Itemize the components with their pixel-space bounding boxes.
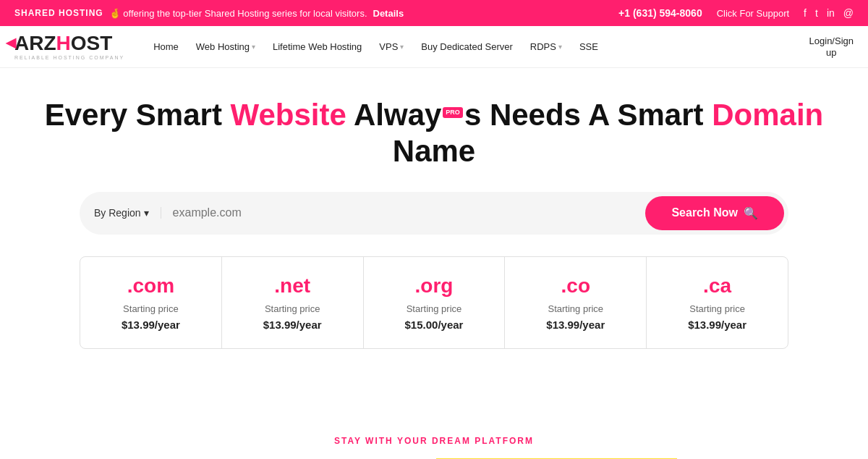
title-domain: Domain bbox=[712, 98, 823, 132]
nav-rdps[interactable]: RDPS ▾ bbox=[523, 37, 569, 56]
top-bar-right: +1 (631) 594-8060 Click For Support f t … bbox=[618, 7, 854, 19]
twitter-icon[interactable]: t bbox=[815, 7, 818, 19]
facebook-icon[interactable]: f bbox=[804, 7, 807, 19]
details-link[interactable]: Details bbox=[373, 8, 404, 19]
domain-price-net: $13.99/year bbox=[234, 319, 352, 331]
navbar: ARZHOST RELIABLE HOSTING COMPANY ◀ Home … bbox=[0, 26, 868, 68]
top-bar: SHARED HOSTING 🤞 offering the top-tier S… bbox=[0, 0, 868, 26]
hero-section: Every Smart Website AlwayPROs Needs A Sm… bbox=[0, 68, 868, 407]
domain-price-ca: $13.99/year bbox=[658, 319, 776, 331]
chevron-down-icon: ▾ bbox=[558, 43, 562, 51]
search-button-label: Search Now bbox=[671, 206, 738, 219]
logo-subtitle: RELIABLE HOSTING COMPANY bbox=[14, 55, 124, 60]
phone-number[interactable]: +1 (631) 594-8060 bbox=[618, 7, 702, 19]
chevron-down-icon: ▾ bbox=[252, 43, 255, 51]
nav-home[interactable]: Home bbox=[146, 37, 186, 56]
nav-lifetime[interactable]: Lifetime Web Hosting bbox=[265, 37, 369, 56]
nav-vps[interactable]: VPS ▾ bbox=[372, 37, 411, 56]
section-tag: STAY WITH YOUR DREAM PLATFORM bbox=[14, 436, 854, 446]
logo-main: ARZ bbox=[14, 32, 56, 54]
logo-rest: OST bbox=[71, 32, 113, 54]
linkedin-icon[interactable]: in bbox=[827, 7, 835, 19]
title-part3: s Needs A Smart bbox=[464, 98, 712, 132]
logo-arrow-icon: ◀ bbox=[6, 35, 16, 51]
region-select[interactable]: By Region ▾ bbox=[94, 207, 161, 219]
login-button[interactable]: Login/Signup bbox=[809, 35, 854, 58]
domain-ext-ca: .ca bbox=[658, 274, 776, 298]
search-button[interactable]: Search Now 🔍 bbox=[645, 196, 784, 230]
domain-label-ca: Starting price bbox=[658, 303, 776, 314]
logo-accent: H bbox=[56, 32, 71, 54]
nav-sse[interactable]: SSE bbox=[572, 37, 605, 56]
nav-links: Home Web Hosting ▾ Lifetime Web Hosting … bbox=[146, 37, 809, 56]
promo-text: 🤞 offering the top-tier Shared Hosting s… bbox=[109, 8, 367, 19]
chevron-down-icon: ▾ bbox=[144, 207, 149, 219]
domain-price-org: $15.00/year bbox=[375, 319, 493, 331]
title-part1: Every Smart bbox=[45, 98, 231, 132]
instagram-icon[interactable]: @ bbox=[843, 7, 854, 19]
title-part4: Name bbox=[393, 134, 475, 168]
pro-badge: PRO bbox=[443, 107, 463, 118]
search-bar: By Region ▾ Search Now 🔍 bbox=[80, 192, 788, 235]
hero-title: Every Smart Website AlwayPROs Needs A Sm… bbox=[14, 97, 854, 170]
title-part2: Alway bbox=[346, 98, 442, 132]
support-link[interactable]: Click For Support bbox=[717, 8, 789, 19]
logo[interactable]: ARZHOST RELIABLE HOSTING COMPANY ◀ bbox=[14, 33, 124, 60]
title-website: Website bbox=[231, 98, 346, 132]
domain-ext-co: .co bbox=[516, 274, 634, 298]
domain-ext-com: .com bbox=[92, 274, 210, 298]
nav-right: Login/Signup bbox=[809, 35, 854, 58]
domain-label-co: Starting price bbox=[516, 303, 634, 314]
region-label: By Region bbox=[94, 207, 141, 219]
domain-price-co: $13.99/year bbox=[516, 319, 634, 331]
shared-hosting-label: SHARED HOSTING bbox=[14, 8, 103, 18]
domain-card-org[interactable]: .org Starting price $15.00/year bbox=[364, 257, 506, 348]
domain-card-com[interactable]: .com Starting price $13.99/year bbox=[80, 257, 222, 348]
domain-ext-org: .org bbox=[375, 274, 493, 298]
nav-web-hosting[interactable]: Web Hosting ▾ bbox=[189, 37, 263, 56]
chevron-down-icon: ▾ bbox=[400, 43, 404, 51]
domain-card-ca[interactable]: .ca Starting price $13.99/year bbox=[647, 257, 788, 348]
search-icon: 🔍 bbox=[744, 206, 758, 220]
top-bar-left: SHARED HOSTING 🤞 offering the top-tier S… bbox=[14, 8, 404, 19]
domain-label-net: Starting price bbox=[234, 303, 352, 314]
domain-card-co[interactable]: .co Starting price $13.99/year bbox=[505, 257, 647, 348]
domain-cards: .com Starting price $13.99/year .net Sta… bbox=[80, 256, 788, 349]
pricing-section: STAY WITH YOUR DREAM PLATFORM Choose You… bbox=[0, 407, 868, 459]
domain-label-com: Starting price bbox=[92, 303, 210, 314]
nav-dedicated[interactable]: Buy Dedicated Server bbox=[414, 37, 519, 56]
social-icons: f t in @ bbox=[804, 7, 854, 19]
domain-ext-net: .net bbox=[234, 274, 352, 298]
domain-price-com: $13.99/year bbox=[92, 319, 210, 331]
search-input[interactable] bbox=[173, 201, 646, 225]
domain-card-net[interactable]: .net Starting price $13.99/year bbox=[222, 257, 364, 348]
domain-label-org: Starting price bbox=[375, 303, 493, 314]
